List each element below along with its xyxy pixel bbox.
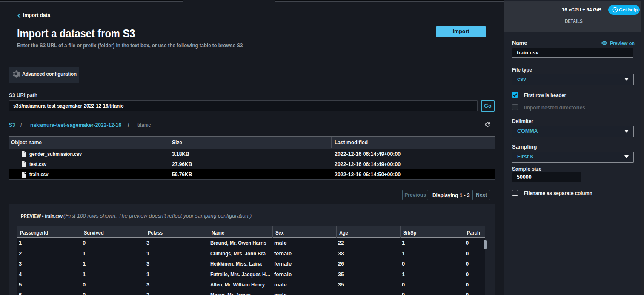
svg-text:?: ? [614, 8, 616, 12]
